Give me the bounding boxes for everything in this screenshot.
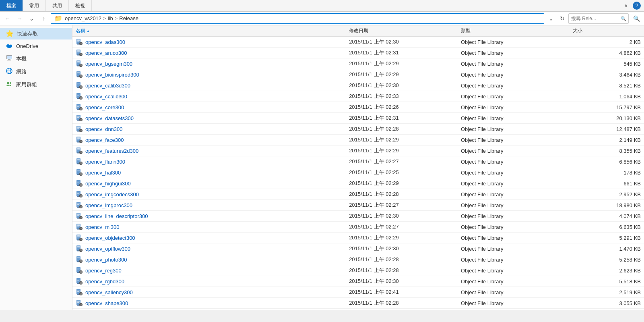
forward-button[interactable]: → [14,13,25,24]
table-row[interactable]: opencv_line_descriptor300 2015/11/1 上午 0… [72,211,644,222]
table-row[interactable]: opencv_core300 2015/11/1 上午 02:26Object … [72,102,644,113]
table-row[interactable]: opencv_calib3d300 2015/11/1 上午 02:30Obje… [72,80,644,91]
up-button[interactable]: ↑ [39,13,49,24]
file-name-cell: opencv_photo300 [76,256,343,263]
file-size: 5,518 KB [570,276,644,287]
lib-file-icon [76,180,83,187]
back-button[interactable]: ← [2,13,13,24]
table-row[interactable]: opencv_ml300 2015/11/1 上午 02:27Object Fi… [72,222,644,233]
table-row[interactable]: opencv_dnn300 2015/11/1 上午 02:28Object F… [72,124,644,135]
svg-rect-106 [77,117,79,118]
table-row[interactable]: opencv_face300 2015/11/1 上午 02:29Object … [72,135,644,145]
svg-rect-286 [77,268,80,268]
sidebar-item-quickaccess[interactable]: ⭐ 快速存取 [0,28,72,39]
sidebar-item-homegroup[interactable]: 家用群組 [0,78,72,91]
svg-rect-78 [77,94,80,94]
table-row[interactable]: opencv_bgsegm300 2015/11/1 上午 02:29Objec… [72,58,644,69]
svg-rect-249 [77,237,79,237]
table-row[interactable]: opencv_optflow300 2015/11/1 上午 02:30Obje… [72,243,644,254]
sidebar-item-network[interactable]: 網路 [0,65,72,78]
svg-rect-229 [80,216,81,217]
svg-point-228 [80,217,81,218]
table-row[interactable]: opencv_hal300 2015/11/1 上午 02:25Object F… [72,167,644,178]
table-row[interactable]: opencv_ccalib300 2015/11/1 上午 02:33Objec… [72,91,644,102]
lib-file-icon [76,234,83,241]
lib-file-icon [76,212,83,220]
path-segment-2[interactable]: Release [119,15,138,21]
svg-rect-260 [77,246,80,247]
table-row[interactable]: opencv_flann300 2015/11/1 上午 02:27Object… [72,156,644,167]
table-row[interactable]: opencv_bioinspired300 2015/11/1 上午 02:29… [72,69,644,80]
table-row[interactable]: opencv_rgbd300 2015/11/1 上午 02:30Object … [72,276,644,287]
ribbon: 檔案 常用 共用 檢視 ∨ ? [0,0,644,12]
folder-icon: 📁 [54,15,62,22]
path-segment-0[interactable]: opencv_vs2012 [65,15,101,21]
file-date: 2015/11/1 上午 02:29 [346,69,458,80]
file-name-label: opencv_highgui300 [85,181,131,187]
file-size: 8,355 KB [570,145,644,156]
address-dropdown-button[interactable]: ⌄ [546,13,556,24]
refresh-button[interactable]: ↻ [557,13,568,24]
svg-rect-195 [77,192,80,192]
file-type: Object File Library [458,37,570,48]
svg-point-332 [80,304,81,305]
file-list-body: opencv_adas300 2015/11/1 上午 02:30Object … [72,37,644,311]
svg-rect-323 [82,293,83,294]
tab-view[interactable]: 檢視 [69,0,92,11]
svg-rect-91 [77,105,80,105]
tab-home[interactable]: 常用 [23,0,46,11]
svg-rect-88 [80,98,80,98]
help-button[interactable]: ? [633,2,641,10]
tab-files[interactable]: 檔案 [0,0,23,11]
svg-rect-165 [80,164,81,165]
table-row[interactable]: opencv_adas300 2015/11/1 上午 02:30Object … [72,37,644,48]
file-date: 2015/11/1 上午 02:28 [346,298,458,309]
file-type: Object File Library [458,58,570,69]
file-name-label: opencv_hal300 [85,170,121,176]
col-header-type[interactable]: 類型 [458,25,570,37]
path-sep-1: > [115,15,118,21]
table-row[interactable]: opencv_highgui300 2015/11/1 上午 02:29Obje… [72,178,644,189]
address-path[interactable]: 📁 opencv_vs2012 > lib > Release [51,13,544,24]
col-header-size[interactable]: 大小 [570,25,644,37]
svg-point-46 [80,65,81,66]
table-row[interactable]: opencv_reg300 2015/11/1 上午 02:28Object F… [72,265,644,276]
file-name-label: opencv_datasets300 [85,115,134,121]
file-name-cell: opencv_dnn300 [76,125,343,133]
table-row[interactable]: opencv_imgcodecs300 2015/11/1 上午 02:28Ob… [72,189,644,200]
table-row[interactable]: opencv_aruco300 2015/11/1 上午 02:31Object… [72,48,644,58]
address-right: ⌄ ↻ 🔍 [546,13,642,24]
svg-rect-156 [77,159,80,160]
file-content[interactable]: 名稱 修改日期 類型 大小 [72,25,644,310]
svg-rect-223 [77,215,79,216]
table-row[interactable]: opencv_features2d300 2015/11/1 上午 02:29O… [72,145,644,156]
sidebar-item-thispc[interactable]: 本機 [0,52,72,65]
svg-rect-14 [77,40,80,41]
table-row[interactable]: opencv_photo300 2015/11/1 上午 02:28Object… [72,254,644,265]
svg-rect-205 [80,195,80,196]
path-segment-1[interactable]: lib [108,15,113,21]
file-size: 3,464 KB [570,69,644,80]
table-row[interactable]: opencv_imgproc300 2015/11/1 上午 02:27Obje… [72,200,644,211]
dropdown-button[interactable]: ⌄ [27,13,37,24]
tab-share[interactable]: 共用 [46,0,69,11]
table-row[interactable]: opencv_datasets300 2015/11/1 上午 02:31Obj… [72,113,644,124]
file-type: Object File Library [458,200,570,211]
table-row[interactable]: opencv_saliency300 2015/11/1 上午 02:41Obj… [72,287,644,298]
file-name-cell: opencv_bgsegm300 [76,60,343,67]
file-table: 名稱 修改日期 類型 大小 [72,25,644,310]
table-row[interactable]: opencv_stereo300 2015/11/1 上午 02:31Objec… [72,309,644,311]
ribbon-collapse-chevron[interactable]: ∨ [621,1,631,10]
search-button[interactable]: 🔍 [631,13,642,24]
svg-rect-6 [7,60,11,60]
network-icon [6,67,13,76]
table-row[interactable]: opencv_shape300 2015/11/1 上午 02:28Object… [72,298,644,309]
sidebar-item-onedrive[interactable]: OneDrive [0,39,72,52]
lib-file-icon [76,60,83,67]
table-row[interactable]: opencv_objdetect300 2015/11/1 上午 02:29Ob… [72,233,644,243]
col-header-date[interactable]: 修改日期 [346,25,458,37]
file-size: 2,519 KB [570,287,644,298]
search-input[interactable] [568,13,629,24]
col-header-name[interactable]: 名稱 [72,25,346,37]
svg-rect-79 [77,95,80,95]
